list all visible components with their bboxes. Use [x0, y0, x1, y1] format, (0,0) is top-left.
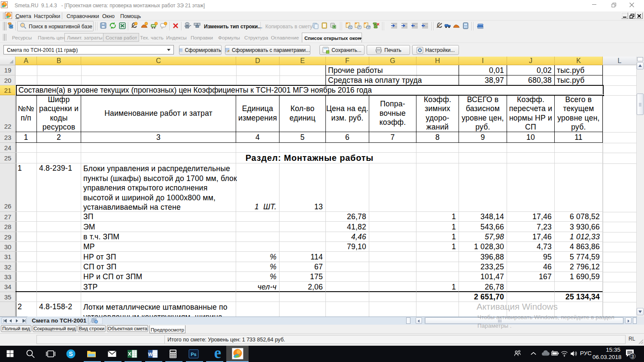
svg-text:ПР: ПР	[366, 26, 370, 29]
svg-text:ЛС: ЛС	[349, 26, 352, 29]
svg-text:Ps: Ps	[191, 352, 196, 357]
svg-text:W: W	[148, 352, 153, 357]
svg-text:S: S	[69, 350, 73, 357]
svg-text:Р: Р	[358, 26, 360, 29]
svg-text:3: 3	[632, 354, 634, 359]
